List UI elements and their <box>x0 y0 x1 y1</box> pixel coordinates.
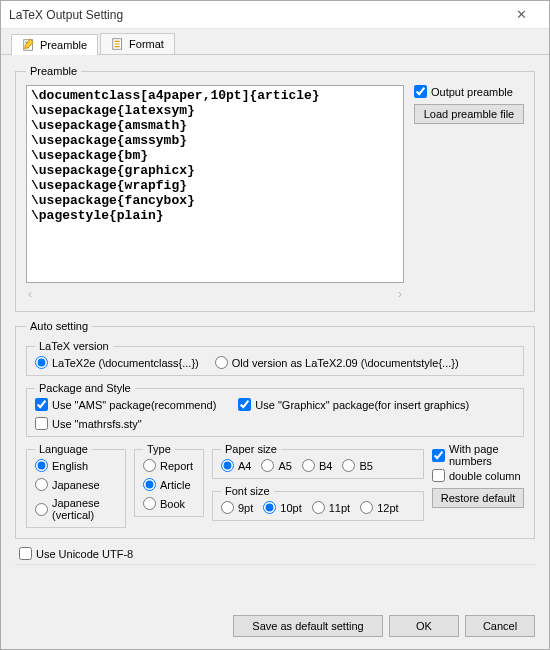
load-preamble-button[interactable]: Load preamble file <box>414 104 524 124</box>
tab-preamble-label: Preamble <box>40 39 87 51</box>
content-pane: Preamble ‹› Output preamble Load preambl… <box>1 55 549 607</box>
output-preamble-input[interactable] <box>414 85 427 98</box>
titlebar: LaTeX Output Setting ✕ <box>1 1 549 29</box>
save-default-button[interactable]: Save as default setting <box>233 615 383 637</box>
paper-b4-radio[interactable]: B4 <box>302 459 332 472</box>
format-icon <box>111 37 125 51</box>
package-style-legend: Package and Style <box>35 382 135 394</box>
font-11pt-radio[interactable]: 11pt <box>312 501 350 514</box>
tab-format[interactable]: Format <box>100 33 175 54</box>
latex-version-group: LaTeX version LaTeX2e (\documentclass{..… <box>26 340 524 376</box>
font-size-legend: Font size <box>221 485 274 497</box>
tab-format-label: Format <box>129 38 164 50</box>
font-9pt-radio[interactable]: 9pt <box>221 501 253 514</box>
horizontal-scrollbar[interactable]: ‹› <box>26 285 404 301</box>
paper-b5-radio[interactable]: B5 <box>342 459 372 472</box>
tab-preamble[interactable]: Preamble <box>11 34 98 55</box>
scroll-right-icon[interactable]: › <box>398 287 402 301</box>
latex2e-radio[interactable]: LaTeX2e (\documentclass{...}) <box>35 356 199 369</box>
preamble-group: Preamble ‹› Output preamble Load preambl… <box>15 65 535 312</box>
restore-default-button[interactable]: Restore default <box>432 488 524 508</box>
preamble-icon <box>22 38 36 52</box>
type-group: Type Report Article Book <box>134 443 204 517</box>
cancel-button[interactable]: Cancel <box>465 615 535 637</box>
graphicx-checkbox[interactable]: Use "Graphicx" package(for insert graphi… <box>238 398 469 411</box>
double-column-checkbox[interactable]: double column <box>432 469 524 482</box>
paper-a5-radio[interactable]: A5 <box>261 459 291 472</box>
auto-setting-legend: Auto setting <box>26 320 92 332</box>
lang-japanese-radio[interactable]: Japanese <box>35 478 117 491</box>
page-numbers-checkbox[interactable]: With page numbers <box>432 443 524 467</box>
unicode-checkbox[interactable]: Use Unicode UTF-8 <box>19 547 133 560</box>
type-article-radio[interactable]: Article <box>143 478 195 491</box>
ok-button[interactable]: OK <box>389 615 459 637</box>
dialog-window: LaTeX Output Setting ✕ Preamble Format P… <box>0 0 550 650</box>
mathrsfs-checkbox[interactable]: Use "mathrsfs.sty" <box>35 417 142 430</box>
unicode-label: Use Unicode UTF-8 <box>36 548 133 560</box>
type-legend: Type <box>143 443 175 455</box>
package-style-group: Package and Style Use "AMS" package(reco… <box>26 382 524 437</box>
latex209-radio[interactable]: Old version as LaTeX2.09 (\documentstyle… <box>215 356 459 369</box>
preamble-legend: Preamble <box>26 65 81 77</box>
language-group: Language English Japanese Japanese (vert… <box>26 443 126 528</box>
auto-setting-group: Auto setting LaTeX version LaTeX2e (\doc… <box>15 320 535 539</box>
paper-size-group: Paper size A4 A5 B4 B5 <box>212 443 424 479</box>
font-10pt-radio[interactable]: 10pt <box>263 501 301 514</box>
font-size-group: Font size 9pt 10pt 11pt 12pt <box>212 485 424 521</box>
paper-size-legend: Paper size <box>221 443 281 455</box>
output-preamble-checkbox[interactable]: Output preamble <box>414 85 524 98</box>
tab-bar: Preamble Format <box>1 29 549 55</box>
output-preamble-label: Output preamble <box>431 86 513 98</box>
close-icon[interactable]: ✕ <box>501 7 541 22</box>
scroll-left-icon[interactable]: ‹ <box>28 287 32 301</box>
lang-english-radio[interactable]: English <box>35 459 117 472</box>
window-title: LaTeX Output Setting <box>9 8 501 22</box>
lang-japanese-vertical-radio[interactable]: Japanese (vertical) <box>35 497 117 521</box>
ams-checkbox[interactable]: Use "AMS" package(recommend) <box>35 398 216 411</box>
type-report-radio[interactable]: Report <box>143 459 195 472</box>
type-book-radio[interactable]: Book <box>143 497 195 510</box>
latex-version-legend: LaTeX version <box>35 340 113 352</box>
font-12pt-radio[interactable]: 12pt <box>360 501 398 514</box>
language-legend: Language <box>35 443 92 455</box>
preamble-textarea[interactable] <box>26 85 404 283</box>
footer-buttons: Save as default setting OK Cancel <box>1 607 549 649</box>
paper-a4-radio[interactable]: A4 <box>221 459 251 472</box>
divider <box>15 564 535 565</box>
